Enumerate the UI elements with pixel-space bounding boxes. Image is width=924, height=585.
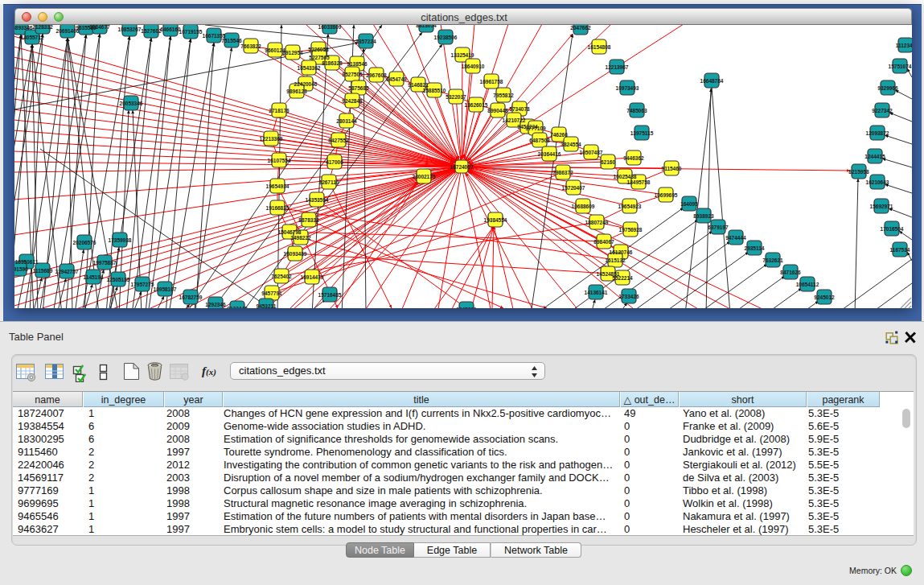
svg-text:2803144: 2803144 [336, 118, 357, 124]
svg-text:23002175: 23002175 [413, 174, 436, 179]
svg-text:16033809: 16033809 [318, 25, 342, 30]
svg-text:8878332: 8878332 [298, 217, 319, 223]
svg-text:13325419: 13325419 [451, 52, 474, 58]
svg-text:22420046: 22420046 [294, 81, 318, 87]
svg-text:9453211: 9453211 [257, 303, 277, 309]
svg-text:13626015: 13626015 [465, 102, 488, 108]
svg-text:13975115: 13975115 [630, 130, 654, 136]
svg-text:15692971: 15692971 [870, 204, 893, 209]
svg-text:746266: 746266 [550, 132, 568, 138]
svg-text:7632621: 7632621 [762, 257, 783, 263]
svg-text:12213369: 12213369 [260, 136, 283, 142]
svg-text:14136141: 14136141 [585, 290, 608, 295]
svg-text:18350611: 18350611 [15, 259, 39, 265]
svg-text:1733426: 1733426 [618, 294, 639, 299]
svg-text:16543362: 16543362 [298, 65, 321, 71]
svg-text:9457791: 9457791 [261, 290, 282, 296]
svg-text:18640910: 18640910 [462, 64, 485, 69]
svg-text:5227505: 5227505 [309, 55, 330, 60]
svg-text:1145194: 1145194 [84, 274, 104, 280]
svg-text:1112345: 1112345 [896, 43, 912, 48]
svg-text:1498222: 1498222 [290, 235, 311, 241]
svg-text:16961758: 16961758 [480, 79, 503, 84]
svg-text:2128332: 2128332 [32, 25, 53, 30]
svg-text:6379197: 6379197 [708, 225, 729, 230]
svg-text:6487508: 6487508 [529, 138, 550, 143]
svg-text:9242848: 9242848 [342, 98, 363, 104]
svg-text:164095: 164095 [680, 201, 698, 207]
svg-text:12213967: 12213967 [606, 64, 629, 70]
svg-text:7955812: 7955812 [493, 93, 514, 98]
svg-text:1615132: 1615132 [605, 257, 626, 263]
svg-text:14055712: 14055712 [21, 35, 44, 40]
svg-text:7515546: 7515546 [221, 38, 242, 43]
svg-text:7625402: 7625402 [271, 274, 292, 279]
svg-text:14210722: 14210722 [503, 117, 526, 123]
svg-text:5226058: 5226058 [308, 47, 329, 52]
svg-text:62160: 62160 [601, 159, 615, 165]
svg-text:15751074: 15751074 [889, 64, 912, 69]
svg-text:9446362: 9446362 [623, 155, 644, 161]
svg-text:8912954: 8912954 [282, 50, 303, 56]
svg-text:8990448: 8990448 [487, 108, 508, 113]
svg-text:2047662: 2047662 [570, 25, 591, 31]
svg-text:19238506: 19238506 [434, 35, 458, 40]
svg-text:1244415: 1244415 [864, 154, 885, 159]
svg-text:16107554: 16107554 [268, 158, 291, 163]
svg-text:10025438: 10025438 [614, 174, 637, 179]
svg-text:16120746: 16120746 [610, 249, 633, 255]
svg-text:8427552: 8427552 [328, 138, 349, 143]
svg-text:8938923: 8938923 [693, 213, 714, 219]
svg-text:18724007: 18724007 [450, 164, 474, 170]
svg-text:5734078: 5734078 [509, 106, 530, 112]
svg-text:417006: 417006 [326, 159, 343, 165]
svg-text:1167534: 1167534 [890, 247, 910, 253]
svg-text:10719155: 10719155 [179, 29, 203, 35]
svg-text:10654112: 10654112 [796, 282, 819, 287]
svg-text:15046798: 15046798 [278, 229, 302, 235]
svg-text:13495758: 13495758 [627, 179, 651, 185]
svg-text:10507487: 10507487 [580, 150, 603, 155]
svg-text:19756928: 19756928 [619, 227, 643, 233]
svg-text:8454749: 8454749 [386, 76, 407, 82]
svg-text:10958107: 10958107 [154, 286, 177, 292]
svg-text:9245012: 9245012 [814, 295, 835, 300]
svg-text:9227342: 9227342 [872, 108, 893, 113]
svg-text:2935114: 2935114 [745, 245, 765, 251]
svg-text:18807249: 18807249 [585, 220, 609, 225]
svg-text:1527602: 1527602 [141, 28, 162, 34]
svg-text:9474444: 9474444 [725, 235, 746, 241]
svg-text:12093872: 12093872 [866, 130, 889, 136]
svg-text:16893346: 16893346 [14, 25, 33, 31]
svg-text:17359938: 17359938 [109, 237, 132, 243]
svg-text:14353594: 14353594 [306, 197, 329, 203]
svg-text:19384554: 19384554 [484, 217, 507, 223]
svg-text:9138546: 9138546 [347, 61, 368, 67]
svg-text:6466160: 6466160 [160, 27, 181, 32]
svg-text:2718176: 2718176 [269, 108, 290, 113]
svg-text:10699695: 10699695 [655, 192, 678, 198]
svg-text:1115689: 1115689 [33, 268, 53, 274]
svg-text:16914479: 16914479 [301, 274, 324, 280]
svg-text:9123448: 9123448 [227, 306, 248, 309]
svg-text:7485063: 7485063 [626, 108, 647, 113]
svg-text:17016504: 17016504 [881, 226, 904, 232]
svg-text:10688609: 10688609 [572, 204, 595, 209]
svg-text:7663822: 7663822 [240, 43, 261, 49]
svg-text:8215958: 8215958 [848, 169, 869, 175]
svg-text:(x): (x) [206, 367, 216, 377]
svg-text:1945231: 1945231 [456, 307, 477, 309]
svg-text:16210643: 16210643 [866, 179, 889, 185]
svg-text:9115460: 9115460 [662, 166, 682, 171]
svg-text:15885510: 15885510 [423, 88, 446, 93]
svg-text:8813054: 8813054 [416, 25, 437, 28]
svg-text:20364416: 20364416 [538, 151, 561, 157]
svg-text:9146821: 9146821 [408, 82, 429, 88]
svg-text:8186328: 8186328 [322, 60, 343, 66]
svg-text:17957275: 17957275 [131, 282, 154, 287]
svg-text:7357224: 7357224 [355, 39, 376, 44]
svg-text:7986372: 7986372 [552, 170, 573, 175]
svg-text:391590: 391590 [14, 266, 28, 272]
svg-text:19975887: 19975887 [93, 260, 117, 266]
svg-text:15720407: 15720407 [562, 185, 585, 191]
